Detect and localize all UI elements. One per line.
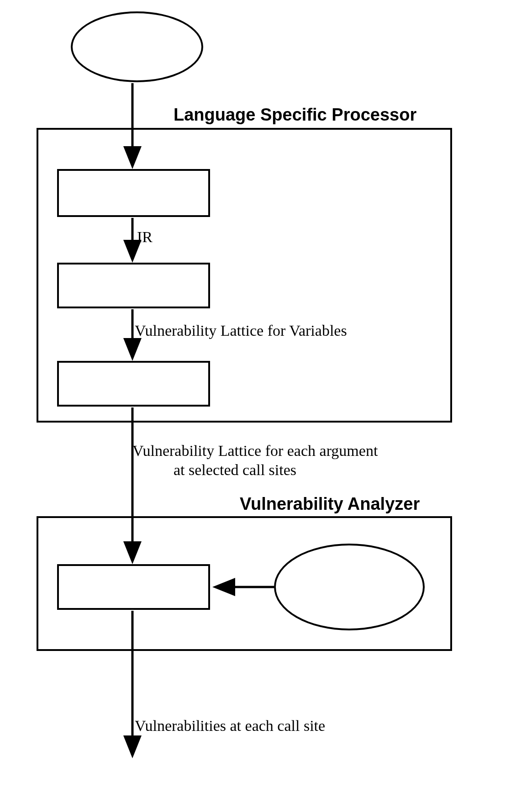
section1-title: Language Specific Processor	[174, 105, 416, 125]
edge-label-vlarg-2: at selected call sites	[174, 461, 296, 479]
analyzer-step	[57, 564, 210, 610]
edge-label-vlarg-1: Vulnerability Lattice for each argument	[132, 442, 378, 460]
processor-step-2	[57, 263, 210, 308]
processor-step-3	[57, 361, 210, 407]
processor-step-1	[57, 169, 210, 217]
section2-title: Vulnerability Analyzer	[240, 494, 420, 514]
input-node	[274, 544, 425, 630]
edge-label-vlv: Vulnerability Lattice for Variables	[135, 322, 347, 339]
edge-label-ir: IR	[137, 228, 153, 246]
diagram-canvas: Language Specific Processor IR Vulnerabi…	[0, 0, 532, 788]
edge-label-vcs: Vulnerabilities at each call site	[135, 717, 325, 735]
start-node	[71, 11, 203, 82]
